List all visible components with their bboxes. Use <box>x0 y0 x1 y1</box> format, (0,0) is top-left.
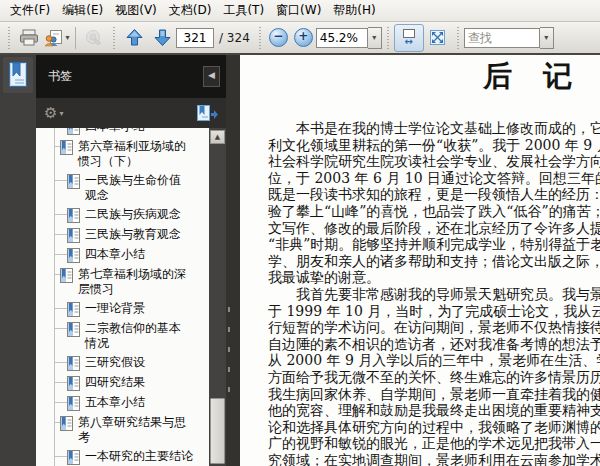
bookmark-item[interactable]: 一理论背景 <box>36 299 209 319</box>
document-view[interactable]: 后 记 本书是在我的博士学位论文基础上修改而成的，它是我在福利文化领域里耕耘的第… <box>226 55 600 466</box>
bookmark-page-icon <box>67 322 80 337</box>
print-button[interactable] <box>15 25 43 51</box>
bookmark-item[interactable]: 一本研究的主要结论 <box>36 447 209 466</box>
gear-icon[interactable]: ⚙ <box>44 106 57 121</box>
collaborate-button[interactable]: ▾ <box>43 25 71 51</box>
bookmarks-scrollbar[interactable]: ▲ <box>209 128 226 466</box>
find-dropdown-button[interactable]: ▾ <box>540 27 554 49</box>
bookmark-page-icon <box>67 356 80 371</box>
page-number-input[interactable] <box>176 28 214 48</box>
toolbar-grip[interactable] <box>112 27 116 49</box>
toolbar-grip[interactable] <box>7 27 11 49</box>
zoom-out-button[interactable]: − <box>269 28 288 47</box>
bookmark-item[interactable]: 第八章研究结果与思 考 <box>36 413 209 447</box>
document-text-line: 文写作、修改的最后阶段，还在北京经历了令许多人提心吊胆的 <box>268 220 600 237</box>
content-area: 书签 ◀ ⚙ ▾ <box>0 55 600 466</box>
fit-width-button[interactable]: ↔ <box>394 24 424 52</box>
bookmark-page-icon <box>67 248 80 263</box>
toolbar-separator <box>75 27 76 49</box>
bookmark-label: 一民族与生命价值 观念 <box>85 173 181 203</box>
bookmark-item[interactable]: 四本章小结 <box>36 128 209 137</box>
printer-icon <box>19 29 39 46</box>
panel-splitter-handle[interactable] <box>228 307 231 407</box>
menu-item[interactable]: 文档(D) <box>163 0 218 22</box>
caret-down-icon: ▾ <box>65 34 69 42</box>
bookmark-page-icon <box>60 140 73 155</box>
menu-bar: 文件(F)编辑(E)视图(V)文档(D)工具(T)窗口(W)帮助(H) <box>0 0 600 22</box>
fit-page-icon <box>428 28 447 47</box>
collapse-panel-button[interactable]: ◀ <box>203 66 220 87</box>
menu-item[interactable]: 帮助(H) <box>327 0 381 22</box>
zoom-level-input[interactable] <box>316 28 368 48</box>
bookmark-item[interactable]: 五本章小结 <box>36 393 209 413</box>
document-text-line: 究领域；在实地调查期间，景老师利用在云南参加学术会议的间 <box>268 452 600 466</box>
document-text-line: 我最诚挚的谢意。 <box>268 269 600 286</box>
bookmark-label: 三研究假设 <box>85 355 145 370</box>
bookmark-page-icon <box>67 396 80 411</box>
bookmark-item[interactable]: 四研究结果 <box>36 373 209 393</box>
collaborate-icon <box>44 29 63 47</box>
bookmark-item[interactable]: 第六章福利亚场域的 惯习（下） <box>36 137 209 171</box>
bookmarks-list: 四本章小结 <box>36 128 226 466</box>
sidebar-options-row: ⚙ ▾ <box>36 98 226 128</box>
bookmark-item[interactable]: 三民族与教育观念 <box>36 225 209 245</box>
document-text-line: 自边陲的素不相识的造访者，还对我准备考博的想法予以鼓励。 <box>268 336 600 353</box>
document-text-line: 我首先要非常感谢我的导师景天魁研究员。我与景老师结识 <box>268 286 600 303</box>
find-input[interactable] <box>464 28 540 48</box>
bookmarks-panel-tab[interactable] <box>3 57 33 93</box>
bookmark-item[interactable]: 一民族与生命价值 观念 <box>36 171 209 205</box>
fit-page-button[interactable] <box>424 25 452 51</box>
previous-page-button[interactable] <box>120 25 148 51</box>
web-tool-button[interactable] <box>80 25 108 51</box>
menu-item[interactable]: 文件(F) <box>4 0 56 22</box>
bookmark-label: 五本章小结 <box>85 395 145 410</box>
bookmark-page-icon <box>67 128 80 135</box>
toolbar-grip[interactable] <box>386 27 390 49</box>
bookmark-item[interactable]: 三研究假设 <box>36 353 209 373</box>
sidebar-header: 书签 ◀ <box>36 55 226 98</box>
document-text-line: 验了攀上“山峰”的喜悦，也品尝了跌入“低谷”的痛苦；在论 <box>268 203 600 220</box>
scroll-up-button[interactable]: ▲ <box>210 130 225 144</box>
bookmark-label: 一理论背景 <box>85 301 145 316</box>
bookmarks-sidebar: 书签 ◀ ⚙ ▾ <box>36 55 226 466</box>
next-page-button[interactable] <box>148 25 176 51</box>
bookmark-item[interactable]: 二民族与疾病观念 <box>36 205 209 225</box>
scrollbar-thumb[interactable] <box>210 398 225 464</box>
bookmark-page-icon <box>67 302 80 317</box>
toolbar-grip[interactable] <box>456 27 460 49</box>
document-text-line: 方面给予我无微不至的关怀、终生难忘的许多情景历历在目：在 <box>268 369 600 386</box>
document-text-line: 学、朋友和亲人的诸多帮助和支持；借论文出版之际，一并表达 <box>268 253 600 270</box>
toolbar-grip[interactable] <box>258 27 262 49</box>
document-text-line: 他的宽容、理解和鼓励是我最终走出困境的重要精神支柱；在讨 <box>268 402 600 419</box>
document-text-line: 论和选择具体研究方向的过程中，我领略了老师渊博的学识、宽 <box>268 419 600 436</box>
bookmark-label: 二宗教信仰的基本 情况 <box>85 321 181 351</box>
menu-item[interactable]: 窗口(W) <box>270 0 327 22</box>
bookmark-page-icon <box>67 450 80 465</box>
document-text-line: 于 1999 年 10 月，当时，为了完成硕士论文，我从云南到北京进 <box>268 303 600 320</box>
bookmark-label: 第六章福利亚场域的 惯习（下） <box>78 139 186 169</box>
sidebar-title: 书签 <box>48 68 203 85</box>
bookmark-page-icon <box>67 376 80 391</box>
zoom-in-button[interactable]: + <box>294 28 313 47</box>
menu-item[interactable]: 视图(V) <box>109 0 163 22</box>
document-text-line: 行短暂的学术访问。在访问期间，景老师不仅热情接待我这个来 <box>268 319 600 336</box>
bookmark-item[interactable]: 二宗教信仰的基本 情况 <box>36 319 209 353</box>
page-total-label: / 324 <box>219 31 250 45</box>
bookmark-item[interactable]: 第七章福利场域的深 层惯习 <box>36 265 209 299</box>
go-to-current-bookmark-button[interactable] <box>196 104 218 122</box>
bookmark-label: 四本章小结 <box>85 128 145 134</box>
page-title: 后 记 <box>240 58 600 94</box>
zoom-dropdown-button[interactable]: ▾ <box>368 27 382 49</box>
pdf-page: 后 记 本书是在我的博士学位论文基础上修改而成的，它是我在福利文化领域里耕耘的第… <box>240 55 600 466</box>
bookmark-page-icon <box>67 228 80 243</box>
bookmark-item[interactable]: 四本章小结 <box>36 245 209 265</box>
pdf-reader-window: 文件(F)编辑(E)视图(V)文档(D)工具(T)窗口(W)帮助(H) <box>0 0 600 466</box>
menu-item[interactable]: 工具(T) <box>217 0 270 22</box>
bookmark-label: 第八章研究结果与思 考 <box>78 415 186 445</box>
document-text-line: 本书是在我的博士学位论文基础上修改而成的，它是我在福 <box>268 120 600 137</box>
document-text-line: 社会科学院研究生院攻读社会学专业、发展社会学方向的博士学 <box>268 153 600 170</box>
menu-item[interactable]: 编辑(E) <box>56 0 109 22</box>
document-text-line: “非典”时期。能够坚持并顺利完成学业，特别得益于老师、同 <box>268 236 600 253</box>
document-text-line: 广的视野和敏锐的眼光，正是他的学术远见把我带入一个新的研 <box>268 435 600 452</box>
bookmark-page-icon <box>67 208 80 223</box>
